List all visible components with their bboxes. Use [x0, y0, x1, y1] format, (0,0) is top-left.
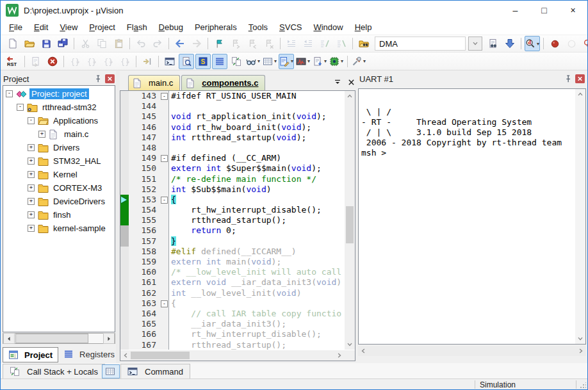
menu-peripherals[interactable]: Peripherals	[189, 20, 243, 34]
search-combobox[interactable]: DMA	[375, 37, 482, 51]
uart-panel-close-icon[interactable]	[575, 74, 585, 83]
tree-item-kernel[interactable]: +Kernel	[3, 168, 115, 181]
tree-expander-icon[interactable]: -	[28, 117, 35, 124]
menu-project[interactable]: Project	[83, 20, 120, 34]
scroll-up-icon[interactable]	[575, 89, 585, 99]
menu-edit[interactable]: Edit	[28, 20, 54, 34]
code-line-167[interactable]: 167 rtthread_startup();	[120, 340, 344, 350]
scroll-right-icon[interactable]	[334, 350, 345, 361]
fold-marker-icon[interactable]: -	[161, 93, 168, 100]
memory-window-button[interactable]: ▾	[262, 54, 277, 69]
find-in-files-folder-button[interactable]	[356, 36, 372, 51]
find-in-files-button[interactable]	[486, 36, 501, 51]
command-window-button[interactable]	[162, 54, 177, 69]
fold-marker-icon[interactable]: -	[161, 197, 168, 204]
indent-button[interactable]	[284, 36, 299, 51]
tree-item-kernel-sample[interactable]: +kernel-sample	[3, 222, 115, 235]
code-line-153[interactable]: 153-{	[120, 195, 344, 205]
run-button[interactable]	[28, 54, 44, 69]
code-line-159[interactable]: 159extern int main(void);	[120, 257, 344, 267]
step-out-button[interactable]: {}	[101, 54, 116, 69]
code-line-163[interactable]: 163-{	[120, 298, 344, 309]
watch-window-button[interactable]: ▾	[245, 54, 261, 69]
code-line-156[interactable]: 156 return 0;	[120, 225, 344, 236]
document-close-icon[interactable]	[347, 78, 355, 86]
code-line-161[interactable]: 161extern void __iar_data_init3(void)	[120, 277, 344, 288]
tab-project[interactable]: Project	[3, 347, 58, 362]
menu-file[interactable]: File	[3, 20, 28, 34]
uncomment-button[interactable]	[334, 36, 349, 51]
command-tab[interactable]: Command	[120, 364, 190, 379]
save-button[interactable]	[38, 36, 54, 51]
project-panel-close-icon[interactable]	[105, 74, 115, 83]
project-horizontal-scrollbar[interactable]	[3, 333, 115, 344]
code-line-144[interactable]: 144	[120, 101, 344, 111]
uart-horizontal-scrollbar[interactable]	[358, 346, 586, 356]
tree-expander-icon[interactable]: +	[28, 225, 35, 232]
system-viewer-button[interactable]: ▾	[329, 54, 344, 69]
code-line-143[interactable]: 143-#ifdef RT_USING_USER_MAIN	[120, 91, 344, 101]
tree-item-project-project[interactable]: -Project: project	[3, 87, 115, 101]
redo-button[interactable]	[150, 36, 165, 51]
tree-expander-icon[interactable]: +	[28, 184, 35, 191]
code-line-149[interactable]: 149-#if defined (__CC_ARM)	[120, 153, 344, 163]
breakpoint-insert-button[interactable]	[547, 36, 562, 51]
tree-item-stm32-hal[interactable]: +STM32_HAL	[3, 154, 115, 168]
tree-expander-icon[interactable]: +	[28, 158, 35, 165]
tree-item-finsh[interactable]: +finsh	[3, 208, 115, 222]
tree-item-rtthread-stm32[interactable]: -rtthread-stm32	[3, 101, 115, 114]
editor-vertical-scrollbar[interactable]	[345, 91, 355, 350]
cut-button[interactable]	[78, 36, 93, 51]
toolbox-button[interactable]: ▾	[351, 54, 366, 69]
breakpoint-disable-all-button[interactable]	[580, 36, 588, 51]
trace-window-button[interactable]: ▾	[312, 54, 327, 69]
menu-help[interactable]: Help	[349, 20, 378, 34]
step-into-button[interactable]: {}	[67, 54, 83, 69]
code-line-155[interactable]: 155 rtthread_startup();	[120, 215, 344, 225]
nav-forward-button[interactable]	[189, 36, 204, 51]
tree-expander-icon[interactable]: -	[6, 90, 13, 97]
disassembly-window-button[interactable]	[179, 54, 194, 69]
symbol-window-button[interactable]: S	[195, 54, 211, 69]
scroll-left-icon[interactable]	[120, 350, 131, 361]
new-file-button[interactable]	[5, 36, 20, 51]
comment-button[interactable]	[317, 36, 332, 51]
menu-svcs[interactable]: SVCS	[274, 20, 307, 34]
menu-debug[interactable]: Debug	[153, 20, 189, 34]
run-to-cursor-button[interactable]	[140, 54, 155, 69]
code-line-166[interactable]: 166 rt_hw_interrupt_disable();	[120, 329, 344, 339]
tree-expander-icon[interactable]: +	[28, 144, 35, 151]
tree-expander-icon[interactable]: -	[17, 104, 24, 111]
incremental-find-button[interactable]	[502, 36, 518, 51]
tree-item-drivers[interactable]: +Drivers	[3, 141, 115, 154]
code-line-162[interactable]: 162int __low_level_init(void)	[120, 288, 344, 298]
step-over-button[interactable]: {}	[84, 54, 99, 69]
code-line-152[interactable]: 152int $Sub$$main(void)	[120, 184, 344, 195]
scrollbar-thumb[interactable]	[346, 206, 354, 243]
undo-button[interactable]	[133, 36, 149, 51]
scroll-up-icon[interactable]	[345, 91, 355, 101]
bookmark-next-button[interactable]	[228, 36, 243, 51]
bookmark-prev-button[interactable]	[245, 36, 260, 51]
reset-cpu-button[interactable]: RST	[5, 54, 21, 69]
code-line-151[interactable]: 151/* re-define main function */	[120, 174, 344, 184]
code-line-146[interactable]: 146void rt_hw_board_init(void);	[120, 122, 344, 133]
save-all-button[interactable]	[55, 36, 70, 51]
code-line-145[interactable]: 145void rt_application_init(void);	[120, 111, 344, 122]
fold-marker-icon[interactable]: -	[161, 300, 168, 307]
close-button[interactable]: ×	[559, 1, 587, 20]
tab-components-c[interactable]: components.c	[181, 75, 265, 90]
maximize-button[interactable]: □	[530, 1, 559, 20]
scroll-right-icon[interactable]	[577, 347, 585, 355]
scroll-down-icon[interactable]	[575, 334, 585, 344]
code-line-157[interactable]: 157}	[120, 236, 344, 247]
pin-icon[interactable]	[563, 74, 573, 84]
uart-vertical-scrollbar[interactable]	[575, 89, 585, 344]
bookmark-button[interactable]	[211, 36, 227, 51]
fold-marker-icon[interactable]: -	[161, 155, 168, 162]
menu-view[interactable]: View	[54, 20, 83, 34]
code-line-164[interactable]: 164 // call IAR table copy functio	[120, 309, 344, 319]
menu-window[interactable]: Window	[307, 20, 348, 34]
bookmark-clear-button[interactable]	[261, 36, 277, 51]
paste-button[interactable]	[111, 36, 126, 51]
